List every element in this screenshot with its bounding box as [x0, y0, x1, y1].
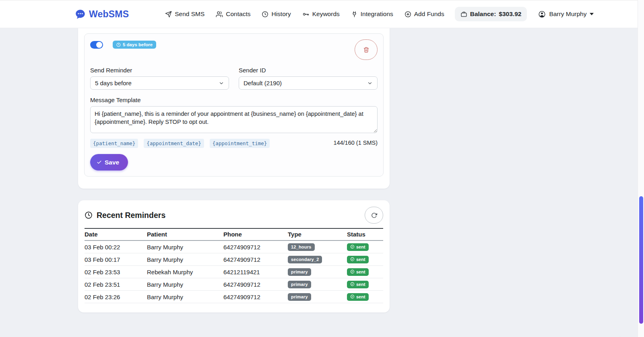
status-badge: sent [347, 281, 369, 288]
column-header-patient: Patient [147, 228, 223, 240]
trash-icon [363, 47, 369, 53]
toggle-knob [96, 42, 102, 48]
recent-reminders-title-group: Recent Reminders [85, 211, 165, 220]
send-reminder-field: Send Reminder 5 days before [90, 67, 229, 90]
nav-label: Contacts [226, 10, 250, 18]
column-header-status: Status [347, 228, 383, 240]
check-icon [97, 160, 102, 165]
nav-add-funds[interactable]: Add Funds [405, 10, 444, 18]
table-row: 02 Feb 23:51 Barry Murphy 64274909712 pr… [85, 278, 383, 291]
sender-id-label: Sender ID [239, 67, 378, 74]
status-badge: sent [347, 268, 369, 276]
send-icon [165, 11, 172, 18]
column-header-date: Date [85, 228, 147, 240]
check-circle-icon [350, 257, 355, 261]
cell-phone: 64274909712 [223, 253, 288, 266]
cell-phone: 64274909712 [223, 291, 288, 303]
nav-integrations[interactable]: Integrations [351, 10, 393, 18]
sender-id-value: Default (2190) [244, 80, 282, 86]
check-circle-icon [350, 294, 355, 299]
message-template-label: Message Template [90, 97, 378, 103]
status-label: sent [356, 245, 365, 249]
table-row: 02 Feb 23:53 Rebekah Murphy 64212119421 … [85, 266, 383, 278]
cell-phone: 64274909712 [223, 240, 288, 253]
sender-id-select[interactable]: Default (2190) [239, 76, 378, 90]
cell-type: primary [288, 266, 347, 278]
status-badge: sent [347, 256, 369, 263]
scrollbar-thumb[interactable] [639, 196, 643, 324]
main-nav: Send SMS Contacts History Keywords Integ… [165, 10, 444, 18]
wallet-icon [460, 11, 467, 18]
cell-type: primary [288, 278, 347, 291]
cell-patient: Barry Murphy [147, 253, 223, 266]
cell-patient: Rebekah Murphy [147, 266, 223, 278]
cell-patient: Barry Murphy [147, 240, 223, 253]
history-icon [262, 11, 268, 18]
cell-type: secondary_2 [288, 253, 347, 266]
brand-logo[interactable]: WebSMS [75, 9, 129, 20]
column-header-phone: Phone [223, 228, 288, 240]
nav-label: Add Funds [414, 10, 444, 18]
cell-status: sent [347, 253, 383, 266]
table-header-row: Date Patient Phone Type Status [85, 228, 383, 240]
chat-bubble-logo-icon [75, 9, 86, 20]
type-badge: 12_hours [288, 243, 315, 251]
table-row: 03 Feb 00:22 Barry Murphy 64274909712 12… [85, 240, 383, 253]
save-button[interactable]: Save [90, 154, 128, 171]
table-row: 03 Feb 00:17 Barry Murphy 64274909712 se… [85, 253, 383, 266]
cell-patient: Barry Murphy [147, 278, 223, 291]
nav-keywords[interactable]: Keywords [302, 10, 340, 18]
type-badge: primary [288, 293, 311, 301]
message-template-input[interactable]: Hi {patient_name}, this is a reminder of… [90, 106, 378, 133]
delete-reminder-button[interactable] [355, 39, 378, 60]
balance-label: Balance: [470, 10, 496, 18]
placeholder-chip-appointment-time[interactable]: {appointment_time} [210, 139, 270, 148]
nav-contacts[interactable]: Contacts [216, 10, 250, 18]
type-badge: primary [288, 281, 311, 288]
cell-status: sent [347, 240, 383, 253]
cell-phone: 64274909712 [223, 278, 288, 291]
refresh-button[interactable] [365, 207, 383, 224]
check-circle-icon [350, 282, 355, 286]
placeholder-chip-appointment-date[interactable]: {appointment_date} [144, 139, 204, 148]
balance-button[interactable]: Balance: $303.92 [455, 7, 527, 21]
send-reminder-label: Send Reminder [90, 67, 229, 74]
cell-date: 02 Feb 23:51 [85, 278, 147, 291]
status-label: sent [356, 282, 365, 287]
reminder-timing-badge: 5 days before [113, 41, 156, 49]
cell-date: 03 Feb 00:17 [85, 253, 147, 266]
reminder-enabled-toggle[interactable] [90, 41, 103, 49]
nav-history[interactable]: History [262, 10, 291, 18]
reminder-timing-label: 5 days before [123, 42, 153, 47]
table-row: 02 Feb 23:26 Barry Murphy 64274909712 pr… [85, 291, 383, 303]
status-label: sent [356, 294, 365, 299]
chevron-down-icon [367, 80, 373, 86]
cell-phone: 64212119421 [223, 266, 288, 278]
status-badge: sent [347, 293, 369, 301]
nav-send-sms[interactable]: Send SMS [165, 10, 204, 18]
nav-label: Integrations [361, 10, 393, 18]
refresh-icon [371, 212, 377, 218]
status-label: sent [356, 257, 365, 262]
user-menu[interactable]: Barry Murphy [538, 10, 594, 18]
recent-reminders-title: Recent Reminders [97, 211, 165, 220]
check-circle-icon [350, 245, 355, 249]
cell-date: 03 Feb 00:22 [85, 240, 147, 253]
nav-label: History [271, 10, 291, 18]
status-badge: sent [347, 243, 369, 251]
send-reminder-select[interactable]: 5 days before [90, 76, 229, 90]
cell-status: sent [347, 266, 383, 278]
nav-label: Keywords [312, 10, 340, 18]
recent-reminders-table: Date Patient Phone Type Status 03 Feb 00… [85, 228, 383, 303]
cell-type: 12_hours [288, 240, 347, 253]
placeholder-chip-patient-name[interactable]: {patient_name} [90, 139, 138, 148]
sender-id-field: Sender ID Default (2190) [239, 67, 378, 90]
user-avatar-icon [538, 10, 546, 18]
chevron-down-icon [219, 80, 224, 86]
reminder-config-panel: 5 days before Send Reminder 5 days befor… [84, 33, 384, 177]
cell-date: 02 Feb 23:53 [85, 266, 147, 278]
clock-icon [85, 211, 93, 219]
scrollbar-track[interactable] [638, 0, 644, 337]
clock-icon [116, 43, 121, 47]
reminder-editor-card: 5 days before Send Reminder 5 days befor… [78, 28, 390, 189]
